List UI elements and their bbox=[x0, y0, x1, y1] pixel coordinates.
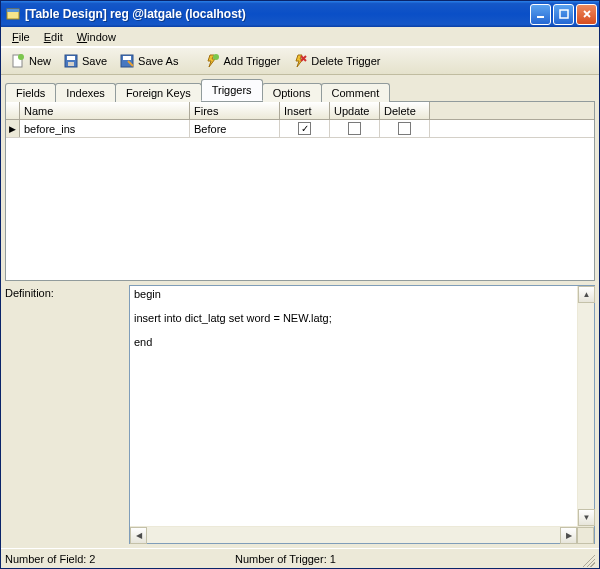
definition-label: Definition: bbox=[5, 285, 123, 544]
svg-rect-7 bbox=[67, 56, 75, 60]
menu-window[interactable]: Window bbox=[70, 29, 123, 45]
menu-edit[interactable]: Edit bbox=[37, 29, 70, 45]
tab-options[interactable]: Options bbox=[262, 83, 322, 102]
add-trigger-label: Add Trigger bbox=[223, 55, 280, 67]
svg-point-5 bbox=[18, 54, 24, 60]
row-marker-icon: ▶ bbox=[6, 120, 20, 137]
scrollbar-corner bbox=[577, 527, 594, 544]
grid-header: Name Fires Insert Update Delete bbox=[6, 102, 594, 120]
save-as-label: Save As bbox=[138, 55, 178, 67]
maximize-button[interactable] bbox=[553, 4, 574, 25]
delete-trigger-icon bbox=[292, 53, 308, 69]
new-icon bbox=[10, 53, 26, 69]
checkbox-icon[interactable]: ✓ bbox=[298, 122, 311, 135]
titlebar: [Table Design] reg @latgale (localhost) bbox=[1, 1, 599, 27]
minimize-button[interactable] bbox=[530, 4, 551, 25]
menu-file[interactable]: File bbox=[5, 29, 37, 45]
tab-indexes[interactable]: Indexes bbox=[55, 83, 116, 102]
status-trigger-count: Number of Trigger: 1 bbox=[235, 553, 465, 565]
scroll-right-icon[interactable]: ▶ bbox=[560, 527, 577, 544]
window-title: [Table Design] reg @latgale (localhost) bbox=[25, 7, 530, 21]
cell-name[interactable]: before_ins bbox=[20, 120, 190, 137]
save-label: Save bbox=[82, 55, 107, 67]
cell-insert[interactable]: ✓ bbox=[280, 120, 330, 137]
vertical-scrollbar[interactable]: ▲ ▼ bbox=[577, 286, 594, 526]
checkbox-icon[interactable] bbox=[348, 122, 361, 135]
status-field-count: Number of Field: 2 bbox=[5, 553, 235, 565]
app-icon bbox=[5, 6, 21, 22]
col-header-delete[interactable]: Delete bbox=[380, 102, 430, 119]
delete-trigger-button[interactable]: Delete Trigger bbox=[287, 51, 385, 71]
cell-delete[interactable] bbox=[380, 120, 430, 137]
svg-rect-10 bbox=[123, 56, 131, 60]
scroll-up-icon[interactable]: ▲ bbox=[578, 286, 595, 303]
definition-editor[interactable]: begin insert into dict_latg set word = N… bbox=[129, 285, 595, 544]
svg-rect-3 bbox=[560, 10, 568, 18]
definition-text[interactable]: begin insert into dict_latg set word = N… bbox=[130, 286, 577, 526]
resize-grip-icon[interactable] bbox=[579, 551, 595, 567]
scroll-down-icon[interactable]: ▼ bbox=[578, 509, 595, 526]
svg-rect-8 bbox=[68, 62, 74, 66]
svg-rect-1 bbox=[7, 9, 19, 12]
statusbar: Number of Field: 2 Number of Trigger: 1 bbox=[1, 548, 599, 568]
tab-foreign-keys[interactable]: Foreign Keys bbox=[115, 83, 202, 102]
col-header-name[interactable]: Name bbox=[20, 102, 190, 119]
cell-fires[interactable]: Before bbox=[190, 120, 280, 137]
save-icon bbox=[63, 53, 79, 69]
tab-comment[interactable]: Comment bbox=[321, 83, 391, 102]
new-label: New bbox=[29, 55, 51, 67]
save-as-button[interactable]: Save As bbox=[114, 51, 183, 71]
new-button[interactable]: New bbox=[5, 51, 56, 71]
col-header-fires[interactable]: Fires bbox=[190, 102, 280, 119]
svg-rect-2 bbox=[537, 16, 544, 18]
cell-update[interactable] bbox=[330, 120, 380, 137]
table-row[interactable]: ▶ before_ins Before ✓ bbox=[6, 120, 594, 138]
checkbox-icon[interactable] bbox=[398, 122, 411, 135]
save-as-icon bbox=[119, 53, 135, 69]
tab-fields[interactable]: Fields bbox=[5, 83, 56, 102]
tabstrip: Fields Indexes Foreign Keys Triggers Opt… bbox=[1, 75, 599, 101]
close-button[interactable] bbox=[576, 4, 597, 25]
col-header-insert[interactable]: Insert bbox=[280, 102, 330, 119]
svg-point-11 bbox=[213, 54, 219, 60]
menubar: File Edit Window bbox=[1, 27, 599, 47]
toolbar: New Save Save As Add Trigger Delete Trig… bbox=[1, 47, 599, 75]
scroll-left-icon[interactable]: ◀ bbox=[130, 527, 147, 544]
tab-triggers[interactable]: Triggers bbox=[201, 79, 263, 101]
save-button[interactable]: Save bbox=[58, 51, 112, 71]
add-trigger-icon bbox=[204, 53, 220, 69]
definition-panel: Definition: begin insert into dict_latg … bbox=[5, 285, 595, 544]
col-header-update[interactable]: Update bbox=[330, 102, 380, 119]
horizontal-scrollbar[interactable]: ◀ ▶ bbox=[130, 526, 594, 543]
trigger-grid[interactable]: Name Fires Insert Update Delete ▶ before… bbox=[5, 101, 595, 281]
delete-trigger-label: Delete Trigger bbox=[311, 55, 380, 67]
add-trigger-button[interactable]: Add Trigger bbox=[199, 51, 285, 71]
